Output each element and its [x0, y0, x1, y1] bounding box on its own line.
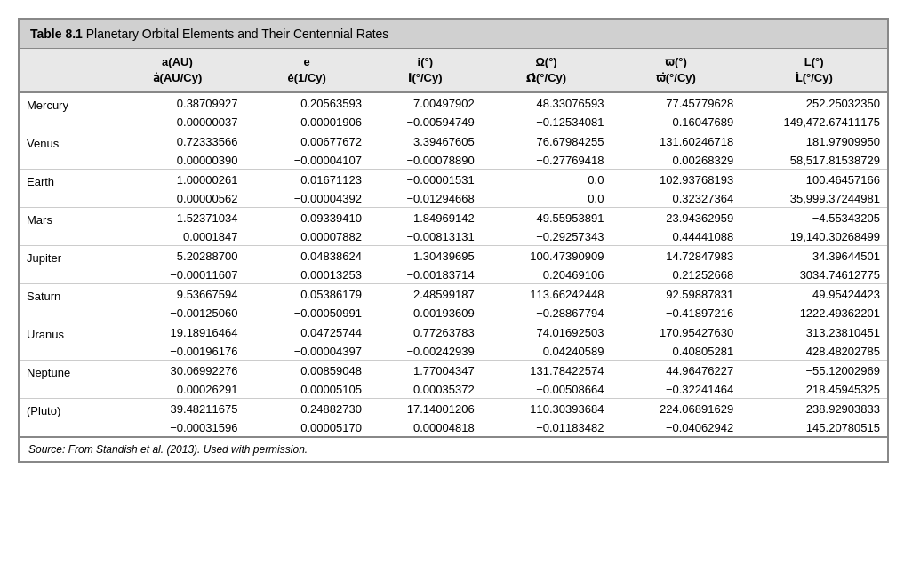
header-e: e ė(1/Cy) — [244, 49, 368, 92]
planet-rate-0: 0.00000037 — [109, 114, 244, 131]
planet-rate-3: 0.04240589 — [482, 343, 612, 361]
planet-rate-1: 0.00007882 — [244, 228, 368, 246]
planet-rate-4: 0.32327364 — [611, 190, 740, 208]
planet-value-0: 39.48211675 — [109, 399, 244, 420]
planet-name: Mars — [20, 208, 109, 229]
planet-value-2: 17.14001206 — [369, 399, 482, 420]
planet-value-4: 14.72847983 — [611, 246, 740, 267]
header-planet — [20, 49, 109, 92]
table-wrapper: Table 8.1 Planetary Orbital Elements and… — [18, 18, 889, 463]
planet-rate-0: 0.00000390 — [109, 152, 244, 170]
planet-rate-2: 0.00004818 — [369, 419, 482, 437]
planet-value-4: 131.60246718 — [611, 131, 740, 153]
planet-value-1: 0.00859048 — [244, 361, 368, 382]
planet-rate-4: 0.44441088 — [611, 228, 740, 246]
planet-rate-2: −0.01294668 — [369, 190, 482, 208]
planet-value-4: 224.06891629 — [611, 399, 740, 420]
planet-value-0: 0.72333566 — [109, 131, 244, 153]
rate-name-empty — [20, 419, 109, 437]
rate-row: −0.000315960.000051700.00004818−0.011834… — [20, 419, 887, 437]
planet-name: Venus — [20, 131, 109, 153]
planet-value-4: 23.94362959 — [611, 208, 740, 229]
planet-value-5: −55.12002969 — [740, 361, 887, 382]
planet-value-5: 181.97909950 — [740, 131, 887, 153]
planet-value-1: 0.24882730 — [244, 399, 368, 420]
planet-value-2: −0.00001531 — [369, 170, 482, 191]
rate-row: −0.00125060−0.000509910.00193609−0.28867… — [20, 305, 887, 322]
planet-rate-1: −0.00004392 — [244, 190, 368, 208]
planet-value-1: 0.04725744 — [244, 322, 368, 344]
planet-value-4: 170.95427630 — [611, 322, 740, 344]
planet-rate-2: −0.00813131 — [369, 228, 482, 246]
planet-rate-4: −0.41897216 — [611, 305, 740, 322]
rate-row: 0.000000370.00001906−0.00594749−0.125340… — [20, 114, 887, 131]
planet-rate-2: −0.00183714 — [369, 266, 482, 284]
planet-value-0: 9.53667594 — [109, 284, 244, 306]
table-number: Table 8.1 — [30, 27, 83, 41]
data-table: a(AU) ȧ(AU/Cy) e ė(1/Cy) i(°) i̇(°/Cy) Ω… — [20, 49, 887, 461]
planet-value-0: 30.06992276 — [109, 361, 244, 382]
rate-row: −0.000116070.00013253−0.001837140.204691… — [20, 266, 887, 284]
planet-value-2: 0.77263783 — [369, 322, 482, 344]
planet-rate-3: 0.0 — [482, 190, 612, 208]
planet-value-1: 0.05386179 — [244, 284, 368, 306]
planet-value-1: 0.09339410 — [244, 208, 368, 229]
planet-value-5: 252.25032350 — [740, 92, 887, 114]
planet-value-3: 110.30393684 — [482, 399, 612, 420]
planet-value-3: 131.78422574 — [482, 361, 612, 382]
planet-rate-2: −0.00242939 — [369, 343, 482, 361]
planet-rate-2: 0.00193609 — [369, 305, 482, 322]
planet-value-3: 100.47390909 — [482, 246, 612, 267]
planet-name: Earth — [20, 170, 109, 191]
planet-value-1: 0.01671123 — [244, 170, 368, 191]
planet-rate-5: 145.20780515 — [740, 419, 887, 437]
planet-rate-2: −0.00594749 — [369, 114, 482, 131]
planet-value-1: 0.00677672 — [244, 131, 368, 153]
planet-rate-0: 0.00000562 — [109, 190, 244, 208]
planet-name: Neptune — [20, 361, 109, 382]
rate-name-empty — [20, 114, 109, 131]
rate-name-empty — [20, 266, 109, 284]
planet-row: Venus0.723335660.006776723.3946760576.67… — [20, 131, 887, 153]
rate-name-empty — [20, 305, 109, 322]
planet-rate-3: −0.29257343 — [482, 228, 612, 246]
planet-value-4: 102.93768193 — [611, 170, 740, 191]
planet-value-2: 1.84969142 — [369, 208, 482, 229]
planet-row: Mars1.523710340.093394101.8496914249.559… — [20, 208, 887, 229]
rate-row: 0.00000562−0.00004392−0.012946680.00.323… — [20, 190, 887, 208]
planet-value-5: 238.92903833 — [740, 399, 887, 420]
planet-rate-1: 0.00005170 — [244, 419, 368, 437]
planet-rate-5: 3034.74612775 — [740, 266, 887, 284]
planet-row: Neptune30.069922760.008590481.7700434713… — [20, 361, 887, 382]
header-L: L(°) L̇(°/Cy) — [740, 49, 887, 92]
rate-row: −0.00196176−0.00004397−0.002429390.04240… — [20, 343, 887, 361]
footer-text: Source: From Standish et al. (2013). Use… — [20, 437, 887, 461]
header-varpi: ϖ(°) ϖ̇(°/Cy) — [611, 49, 740, 92]
planet-row: Saturn9.536675940.053861792.48599187113.… — [20, 284, 887, 306]
planet-value-5: 313.23810451 — [740, 322, 887, 344]
planet-value-5: 100.46457166 — [740, 170, 887, 191]
planet-name: Mercury — [20, 92, 109, 114]
planet-row: Uranus19.189164640.047257440.7726378374.… — [20, 322, 887, 344]
planet-rate-0: 0.0001847 — [109, 228, 244, 246]
planet-value-1: 0.04838624 — [244, 246, 368, 267]
planet-rate-3: 0.20469106 — [482, 266, 612, 284]
planet-value-5: −4.55343205 — [740, 208, 887, 229]
planet-rate-1: 0.00005105 — [244, 381, 368, 399]
planet-row: Earth1.000002610.01671123−0.000015310.01… — [20, 170, 887, 191]
planet-name: Uranus — [20, 322, 109, 344]
planet-rate-1: 0.00013253 — [244, 266, 368, 284]
planet-rate-1: 0.00001906 — [244, 114, 368, 131]
planet-rate-4: 0.00268329 — [611, 152, 740, 170]
planet-rate-5: 218.45945325 — [740, 381, 887, 399]
planet-value-2: 2.48599187 — [369, 284, 482, 306]
planet-value-3: 76.67984255 — [482, 131, 612, 153]
planet-rate-3: −0.28867794 — [482, 305, 612, 322]
planet-value-0: 0.38709927 — [109, 92, 244, 114]
planet-value-5: 34.39644501 — [740, 246, 887, 267]
planet-rate-0: −0.00196176 — [109, 343, 244, 361]
planet-value-2: 3.39467605 — [369, 131, 482, 153]
planet-rate-4: −0.04062942 — [611, 419, 740, 437]
planet-rate-3: −0.01183482 — [482, 419, 612, 437]
planet-rate-2: −0.00078890 — [369, 152, 482, 170]
